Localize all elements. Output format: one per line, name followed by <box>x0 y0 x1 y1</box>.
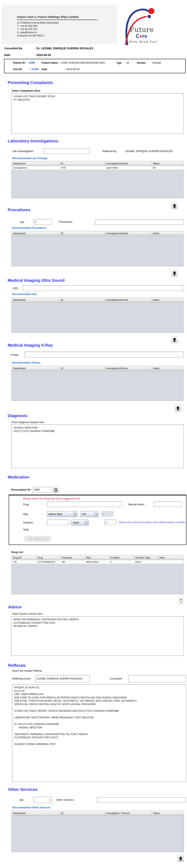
visit-date-value: : 2024-08-28 <box>65 68 80 71</box>
referrals-title: Refferals <box>8 663 26 668</box>
advice-label: Enter Doctor's Advice Here <box>12 613 43 615</box>
referring-doctor-input[interactable] <box>35 675 90 682</box>
uss-input[interactable] <box>23 285 184 291</box>
other-services-title: Other Services <box>8 787 37 792</box>
drug-alert-text: Please select the Drug from Drug suggess… <box>23 497 80 500</box>
lab-table: Department ID Investigation/Service Stat… <box>11 161 184 198</box>
procedures-delete-button[interactable] <box>172 270 178 277</box>
recommended-procedures-label: Recommended Procedures <box>12 226 46 229</box>
procedures-field-label: Procedures : <box>59 220 74 223</box>
patient-age-value: : 28 <box>125 61 129 64</box>
recommended-uss-label: Recommended USS <box>12 292 37 296</box>
tablets-hint-text: Please add as decimal numbers when addin… <box>119 521 186 523</box>
duration-label: Duration : <box>23 521 34 524</box>
other-services-qty-input[interactable] <box>34 797 52 803</box>
other-services-delete-button[interactable] <box>178 855 184 862</box>
drug-list-table: Drug ID Drug Fequency Way Duration Durat… <box>11 555 184 594</box>
xray-title: Medical Imaging X-Ray <box>8 343 53 348</box>
other-services-field-label: Other Services : <box>56 798 75 801</box>
drug-row[interactable]: 141 CLOTRIMAZOLE OD Before Meal 6 Day/s … <box>12 560 184 564</box>
lab-delete-button[interactable] <box>172 203 178 209</box>
add-drug-button[interactable]: + Add Drug <box>24 536 51 542</box>
company-phone-2: T: +24 84 225 252 <box>17 28 37 31</box>
patient-gender-label: Gender <box>137 61 146 64</box>
drug-label: Drug <box>23 503 29 506</box>
prescription-refresh-button[interactable] <box>53 487 59 493</box>
lab-col-department: Department <box>12 161 59 166</box>
logo-word-care: C♥re <box>136 33 147 39</box>
uss-table: Department ID Investigation/Service Stat… <box>11 298 184 333</box>
consulted-by-label: Consulted By <box>4 47 35 50</box>
xray-input[interactable] <box>25 352 183 358</box>
total-label: Total <box>23 528 29 531</box>
drug-list-label: Drug List <box>11 551 23 554</box>
advice-textarea[interactable]: SEND FOR HORMONAL CONTRACEPTIVE FOR 3 MO… <box>11 616 184 656</box>
patient-name-label: Patient Name <box>42 61 58 64</box>
consulted-by-row: Consulted By: Dr. LEONEL ENRIQUE GUERRA … <box>4 47 93 50</box>
duration-input[interactable] <box>47 520 69 525</box>
special-notes-input[interactable] <box>154 501 182 507</box>
referral-textarea[interactable]: PATIENT 28 YEAR OLL G1 P1 A0 LMP: 1/08/2… <box>12 684 186 782</box>
trash-icon <box>173 271 176 275</box>
duration-type-select[interactable]: Day/s ▼ <box>71 520 89 525</box>
uss-title: Medical Imaging Ultra Sound <box>8 278 65 283</box>
lab-field-label: Lab Investingation : <box>12 150 35 153</box>
patient-name-value: : LYDIE SAMYNA MOUSSOUAMI NZO... <box>59 61 107 64</box>
prescription-id-input[interactable] <box>33 487 51 493</box>
recommended-xray-label: Recommended X-Rays <box>12 361 40 364</box>
visit-id-label: Visit ID <box>13 68 22 71</box>
lab-col-service: Investigation/Service <box>104 161 151 166</box>
consultant-input[interactable] <box>128 675 186 682</box>
company-name: Future Care by Future Holdings (Pty) Lim… <box>17 15 78 19</box>
xray-delete-button[interactable] <box>175 405 181 411</box>
diagnosis-title: Diagnosis <box>8 413 28 418</box>
logo-tagline: Body Mind Soul <box>129 40 157 43</box>
complaints-label: Enter Complaints Here <box>12 89 40 92</box>
procedures-qty-label: Qty : <box>20 220 26 223</box>
trash-icon <box>179 857 182 861</box>
total-colon: : <box>42 528 43 531</box>
company-email: E: jude@future.sc <box>17 31 37 34</box>
uss-field-label: USS : <box>12 287 19 290</box>
company-logo: Future C♥re Body Mind Soul <box>117 5 178 47</box>
table-row[interactable]: Investigations 5756 Lipid Profile Ok <box>12 166 184 170</box>
recommended-other-services-label: Recommended Other Services <box>12 806 50 809</box>
drug-colon: : <box>42 503 43 506</box>
meal-select[interactable]: Before Meal ▼ <box>47 511 77 517</box>
trash-icon <box>173 204 176 208</box>
referred-by-value: LEONEL ENRIQUE GUERRA ROSALES <box>125 150 173 153</box>
company-phone-1: T: +24 82 593 593 <box>17 24 37 28</box>
drug-input[interactable] <box>47 501 122 507</box>
logo-word-future: Future <box>130 26 154 34</box>
visit-date-label: Date <box>42 68 47 71</box>
recommended-lab-label: Recommended Lab Testings <box>12 157 47 160</box>
other-services-input[interactable] <box>97 797 186 803</box>
tablets-count-input[interactable] <box>105 520 116 525</box>
uss-delete-button[interactable] <box>172 336 178 343</box>
other-services-table: Department ID Investigation / Service St… <box>11 811 184 852</box>
chevron-down-icon: ▼ <box>74 512 77 517</box>
referring-doctor-label: Reffering Doctor <box>12 677 31 680</box>
lab-title: Laboratory Investigations <box>8 138 58 144</box>
lab-investigation-input[interactable] <box>43 148 90 154</box>
add-icon: + <box>29 537 32 541</box>
diagnosis-textarea[interactable]: VAGINAL INFECTION POLYCYSTIC OVARIAN SYN… <box>11 425 184 468</box>
diagnosis-label: Enter Diagnosis Details Here <box>12 421 44 424</box>
complaints-textarea[interactable]: GYNAE USS TODAY REPORT: PCOS PT: NEGATIV… <box>11 93 184 134</box>
prescription-id-label: Prescription ID : <box>11 488 32 491</box>
drug-delete-button[interactable] <box>178 597 184 604</box>
chevron-down-icon: ▼ <box>85 520 88 525</box>
xray-field-label: X-Rays : <box>10 353 20 356</box>
company-number: Company No.8417652-2 <box>17 34 44 37</box>
lab-col-id: ID <box>59 161 104 166</box>
referrals-subtitle: Select the needed Refferal <box>12 670 42 672</box>
chevron-down-icon: ▼ <box>95 512 98 517</box>
procedures-qty-input[interactable] <box>34 219 52 225</box>
frequency-select[interactable]: OD ▼ <box>80 511 99 517</box>
procedures-title: Procedures <box>8 208 31 212</box>
other-services-qty-label: Qty : <box>20 798 25 801</box>
patient-id-value: 6399 <box>29 61 35 64</box>
consult-date-value: : 2024-08-28 <box>35 53 51 57</box>
refresh-icon <box>54 488 58 492</box>
procedures-input[interactable] <box>95 219 184 225</box>
